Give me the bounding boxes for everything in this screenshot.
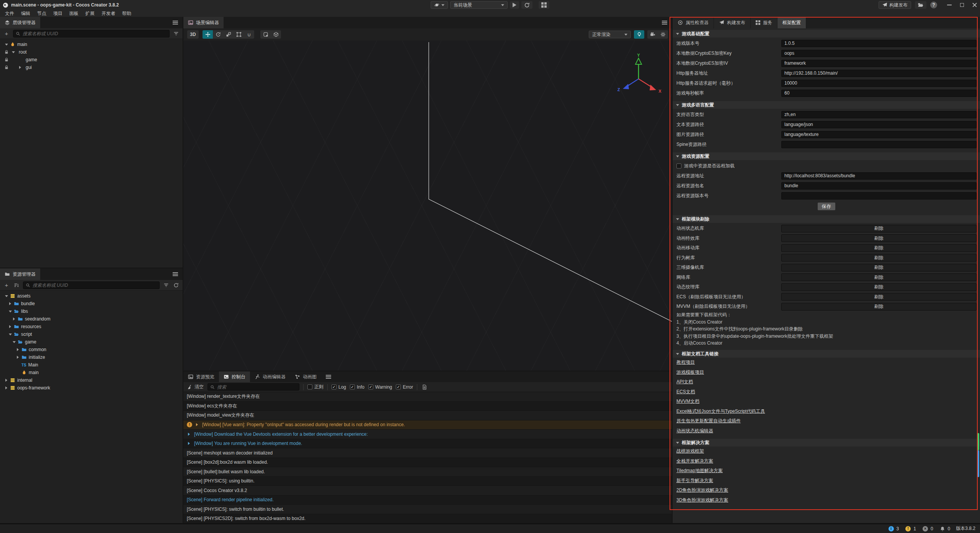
section-doc-links[interactable]: 框架文档工具链接 <box>673 350 980 358</box>
scene-menu-button[interactable] <box>657 17 672 28</box>
console-search[interactable] <box>207 383 299 391</box>
log-row[interactable]: [Window] ecs文件夹存在 <box>183 402 672 411</box>
asset-node-game[interactable]: game <box>0 338 183 346</box>
remove-module-button[interactable]: 剔除 <box>781 244 977 252</box>
menu-node[interactable]: 节点 <box>34 10 50 17</box>
gizmo-tool-button[interactable]: ∪ <box>244 30 254 39</box>
checkbox-checked-icon[interactable] <box>332 384 336 389</box>
log-row[interactable]: [Scene] [PHYSICS]: using builtin. <box>183 477 672 486</box>
link-api-docs[interactable]: API文档 <box>676 379 693 385</box>
menu-panel[interactable]: 面板 <box>66 10 82 17</box>
remote-version-input[interactable] <box>781 192 977 199</box>
chevron-right-icon[interactable] <box>5 379 9 382</box>
chevron-right-icon[interactable] <box>9 302 13 305</box>
build-publish-button[interactable]: 构建发布 <box>879 1 911 9</box>
close-button[interactable] <box>972 3 977 7</box>
section-solutions[interactable]: 框架解决方案 <box>673 439 980 446</box>
asset-node-initialize[interactable]: initialize <box>0 353 183 361</box>
link-tutorial-project[interactable]: 教程项目 <box>676 359 695 366</box>
clear-console-button[interactable]: 清空 <box>187 384 204 390</box>
http-timeout-input[interactable] <box>781 80 977 87</box>
maximize-button[interactable] <box>960 3 964 7</box>
remote-load-checkbox[interactable]: 游戏中资源是否远程加载 <box>673 161 980 171</box>
hierarchy-filter-button[interactable] <box>173 31 180 36</box>
section-language-config[interactable]: 游戏多语言配置 <box>673 101 980 109</box>
asset-node-seedrandom[interactable]: seedrandom <box>0 315 183 323</box>
chevron-down-icon[interactable] <box>5 44 8 47</box>
mode-3d-toggle[interactable]: 3D <box>187 30 199 39</box>
remove-module-button[interactable]: 剔除 <box>781 293 977 301</box>
chevron-down-icon[interactable] <box>12 51 15 55</box>
text-res-path-input[interactable] <box>781 121 977 128</box>
asset-node-internal[interactable]: internal <box>0 376 183 384</box>
crypto-key-input[interactable] <box>781 50 977 57</box>
link-2d-rpg-solution[interactable]: 2D角色扮演游戏解决方案 <box>676 487 728 494</box>
tree-node-game[interactable]: game <box>0 56 183 64</box>
log-row-info[interactable]: [Scene] Forward render pipeline initiali… <box>183 495 672 505</box>
tab-framework-config[interactable]: 框架配置 <box>777 17 806 28</box>
log-row-info[interactable]: [Window] You are running Vue in developm… <box>183 439 672 449</box>
hierarchy-menu-button[interactable] <box>168 17 183 28</box>
hierarchy-search[interactable] <box>13 30 170 38</box>
asset-node-common[interactable]: common <box>0 346 183 353</box>
filter-info-checkbox[interactable]: Info <box>350 384 364 390</box>
console-log-list[interactable]: [Window] render_texture文件夹存在 [Window] ec… <box>183 392 672 523</box>
checkbox-checked-icon[interactable] <box>350 384 355 389</box>
tab-build-publish[interactable]: 构建发布 <box>714 17 751 28</box>
remove-module-button[interactable]: 剔除 <box>781 283 977 291</box>
asset-node-resources[interactable]: resources <box>0 323 183 330</box>
tab-console[interactable]: 控制台 <box>219 371 250 382</box>
chevron-down-icon[interactable] <box>5 295 8 299</box>
link-ecs-docs[interactable]: ECS文档 <box>676 389 695 395</box>
warning-count-icon[interactable] <box>905 526 911 531</box>
device-select[interactable] <box>431 1 448 9</box>
log-row[interactable]: [Window] render_texture文件夹存在 <box>183 392 672 402</box>
menu-edit[interactable]: 编辑 <box>18 10 34 17</box>
filter-log-checkbox[interactable]: Log <box>332 384 346 390</box>
http-server-input[interactable] <box>781 70 977 77</box>
section-basic-config[interactable]: 游戏基础配置 <box>673 30 980 38</box>
regex-checkbox[interactable]: 正则 <box>307 384 323 390</box>
preview-qr-button[interactable] <box>539 1 549 9</box>
remove-module-button[interactable]: 剔除 <box>781 234 977 242</box>
tree-node-gui[interactable]: gui <box>0 64 183 71</box>
menu-project[interactable]: 项目 <box>50 10 66 17</box>
pivot-anchor-button[interactable] <box>260 30 271 39</box>
tab-animation-graph[interactable]: 动画图 <box>290 371 321 382</box>
tree-node-root[interactable]: root <box>0 48 183 56</box>
link-tactics-framework[interactable]: 战棋游戏框架 <box>676 448 704 455</box>
log-row[interactable]: [Scene] [PHYSICS2D]: switch from box2d-w… <box>183 514 672 523</box>
expand-icon[interactable] <box>188 433 191 436</box>
open-project-folder-button[interactable] <box>915 1 926 9</box>
chevron-right-icon[interactable] <box>9 325 13 328</box>
fps-input[interactable] <box>781 90 977 97</box>
scene-viewport[interactable]: Y X Z <box>183 41 672 371</box>
menu-extension[interactable]: 扩展 <box>82 10 98 17</box>
log-row[interactable]: [Scene] [PHYSICS]: switch from builtin t… <box>183 505 672 514</box>
asset-node-main-ts[interactable]: TS Main <box>0 361 183 369</box>
minimize-button[interactable] <box>947 5 952 5</box>
chevron-down-icon[interactable] <box>9 311 12 314</box>
remote-bundle-input[interactable] <box>781 182 977 190</box>
error-count-icon[interactable] <box>923 526 928 531</box>
checkbox-icon[interactable] <box>307 384 312 389</box>
coordinate-space-button[interactable] <box>271 30 281 39</box>
scene-gear-button[interactable] <box>658 30 668 39</box>
link-tiledmap-solution[interactable]: Tiledmap地图解决方案 <box>676 468 723 474</box>
asset-node-script[interactable]: script <box>0 330 183 338</box>
assets-filter-button[interactable] <box>163 283 170 288</box>
remove-module-button[interactable]: 剔除 <box>781 303 977 311</box>
hierarchy-search-input[interactable] <box>23 31 167 36</box>
remove-module-button[interactable]: 剔除 <box>781 273 977 281</box>
link-template-project[interactable]: 游戏模板项目 <box>676 369 704 376</box>
tree-node-main[interactable]: main <box>0 41 183 48</box>
log-row[interactable]: [Scene] [bullet]:bullet wasm lib loaded. <box>183 467 672 477</box>
scrollbar-marker[interactable] <box>977 433 979 450</box>
menu-developer[interactable]: 开发者 <box>98 10 119 17</box>
chevron-right-icon[interactable] <box>17 356 20 359</box>
console-search-input[interactable] <box>217 384 297 390</box>
tab-animation-editor[interactable]: 动画编辑器 <box>250 371 290 382</box>
log-row[interactable]: [Window] model_view文件夹存在 <box>183 411 672 420</box>
link-3d-rpg-solution[interactable]: 3D角色扮演游戏解决方案 <box>676 497 728 504</box>
asset-node-assets[interactable]: assets <box>0 292 183 300</box>
